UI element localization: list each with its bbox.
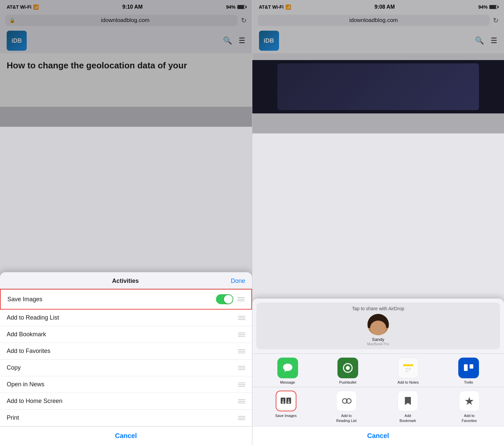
bm-handle-3	[238, 336, 245, 337]
message-label: Message	[280, 380, 295, 384]
right-overlay	[252, 0, 504, 133]
bookmark-action-label: Add Bookmark	[396, 413, 420, 423]
share-apps-row: Message Pushbullet	[252, 353, 504, 387]
bookmark-action-icon	[398, 391, 418, 411]
home-handle-2	[238, 401, 245, 402]
reading-list-action-label: Add to Reading List	[335, 413, 358, 423]
print-handle-2	[238, 418, 245, 418]
reading-list-label: Add to Reading List	[7, 314, 59, 321]
share-modal: Tap to share with AirDrop Sandy MacBook …	[252, 299, 504, 445]
print-label: Print	[7, 414, 19, 421]
svg-marker-17	[465, 397, 474, 405]
notes-icon	[398, 358, 419, 378]
right-cancel-button[interactable]: Cancel	[252, 426, 504, 445]
svg-rect-10	[470, 364, 473, 369]
left-overlay	[0, 0, 252, 127]
handle-line-1	[237, 297, 245, 298]
open-news-label: Open in News	[7, 381, 44, 388]
activity-save-images[interactable]: Save Images	[0, 289, 252, 310]
pushbullet-icon	[337, 358, 358, 378]
app-notes[interactable]: Add to Notes	[398, 358, 419, 384]
left-panel: AT&T Wi-Fi 📶 9:10 AM 94% 🔒 idownloadblog…	[0, 0, 252, 445]
person-device: MacBook Pro	[367, 342, 389, 346]
pushbullet-label: Pushbullet	[339, 380, 356, 384]
activity-open-news[interactable]: Open in News	[0, 376, 252, 393]
home-screen-label: Add to Home Screen	[7, 398, 62, 405]
action-add-bookmark[interactable]: Add Bookmark	[396, 391, 420, 423]
news-handle[interactable]	[238, 383, 245, 387]
fav-handle-1	[238, 349, 245, 350]
home-handle-3	[238, 403, 245, 403]
notes-label: Add to Notes	[398, 380, 419, 384]
svg-marker-1	[284, 370, 287, 372]
home-handle[interactable]	[238, 399, 245, 403]
bm-handle-1	[238, 333, 245, 333]
print-handle-3	[238, 419, 245, 420]
share-actions-row: Save Images Add to Reading List	[252, 387, 504, 426]
trello-icon	[458, 358, 479, 378]
fav-handle-2	[238, 351, 245, 352]
airdrop-person[interactable]: Sandy MacBook Pro	[367, 314, 389, 346]
svg-rect-4	[403, 364, 413, 366]
news-handle-3	[238, 386, 245, 387]
person-avatar	[367, 314, 389, 335]
person-name: Sandy	[372, 337, 384, 342]
rl-handle-3	[238, 319, 245, 320]
airdrop-section: Tap to share with AirDrop Sandy MacBook …	[256, 303, 500, 349]
activity-copy[interactable]: Copy	[0, 360, 252, 376]
airdrop-label: Tap to share with AirDrop	[352, 306, 404, 311]
activity-print[interactable]: Print	[0, 410, 252, 426]
app-message[interactable]: Message	[277, 358, 298, 384]
save-images-action-icon	[276, 391, 296, 411]
favorites-action-icon	[459, 391, 480, 411]
reading-list-action-icon	[336, 391, 357, 411]
modal-title: Activities	[20, 278, 231, 285]
activity-list: Save Images Add to Reading List	[0, 289, 252, 426]
trello-label: Trello	[464, 380, 473, 384]
save-images-label: Save Images	[7, 296, 42, 303]
bm-handle-2	[238, 334, 245, 335]
copy-label: Copy	[7, 364, 21, 371]
activity-reading-list[interactable]: Add to Reading List	[0, 310, 252, 326]
svg-point-3	[346, 366, 350, 370]
handle-line-3	[237, 301, 245, 301]
app-pushbullet[interactable]: Pushbullet	[337, 358, 358, 384]
home-handle-1	[238, 399, 245, 400]
copy-handle-1	[238, 366, 245, 367]
modal-done-button[interactable]: Done	[231, 278, 245, 285]
activity-add-bookmark[interactable]: Add Bookmark	[0, 326, 252, 343]
svg-point-0	[283, 364, 292, 371]
activity-add-favorites[interactable]: Add to Favorites	[0, 343, 252, 360]
save-images-action-label: Save Images	[275, 413, 297, 418]
left-cancel-button[interactable]: Cancel	[0, 426, 252, 445]
save-images-handle[interactable]	[237, 297, 245, 301]
svg-rect-9	[464, 364, 468, 371]
favorites-action-label: Add to Favorites	[458, 413, 481, 423]
svg-rect-5	[403, 366, 413, 373]
save-images-right	[216, 294, 245, 304]
fav-handle-3	[238, 353, 245, 353]
right-panel: AT&T Wi-Fi 📶 9:08 AM 94% idownloadblog.c…	[252, 0, 504, 445]
app-trello[interactable]: Trello	[458, 358, 479, 384]
bookmark-handle[interactable]	[238, 333, 245, 337]
action-reading-list[interactable]: Add to Reading List	[335, 391, 358, 423]
print-handle-1	[238, 416, 245, 417]
right-cancel-label: Cancel	[367, 432, 389, 440]
news-handle-2	[238, 384, 245, 385]
action-save-images[interactable]: Save Images	[275, 391, 297, 423]
news-handle-1	[238, 383, 245, 383]
handle-line-2	[237, 299, 245, 300]
action-add-favorites[interactable]: Add to Favorites	[458, 391, 481, 423]
save-images-toggle[interactable]	[216, 294, 233, 304]
toggle-knob	[224, 295, 233, 304]
message-icon	[277, 358, 298, 378]
modal-header: Activities Done	[0, 272, 252, 289]
reading-list-handle[interactable]	[238, 316, 245, 320]
add-bookmark-label: Add Bookmark	[7, 331, 46, 338]
favorites-handle[interactable]	[238, 349, 245, 353]
activity-home-screen[interactable]: Add to Home Screen	[0, 393, 252, 410]
copy-handle-3	[238, 369, 245, 370]
add-favorites-label: Add to Favorites	[7, 348, 50, 355]
print-handle[interactable]	[238, 416, 245, 420]
copy-handle[interactable]	[238, 366, 245, 370]
